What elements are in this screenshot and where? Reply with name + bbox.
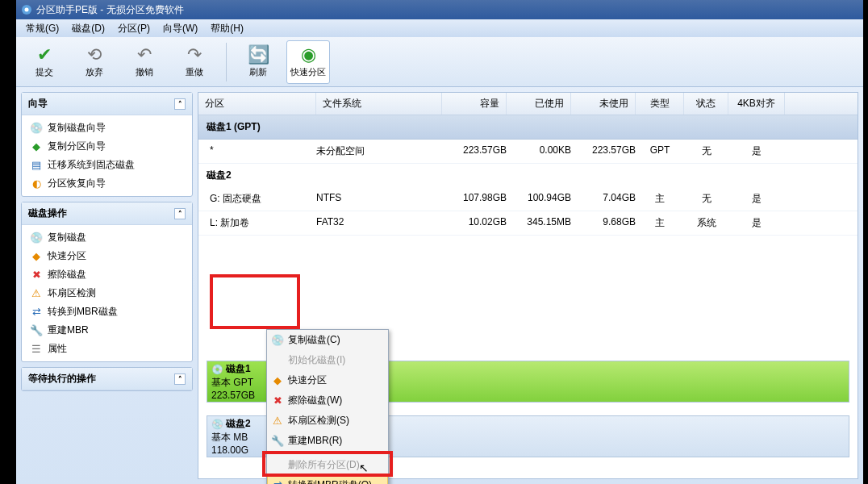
ctx-bad-sector[interactable]: ⚠坏扇区检测(S) [267,411,388,431]
ctx-init-disk: 初始化磁盘(I) [267,350,388,370]
cursor-icon: ↖ [359,461,369,474]
sidebar-partition-recovery[interactable]: ◐分区恢复向导 [25,174,189,193]
app-icon [21,4,32,15]
recover-icon: ◐ [30,177,43,190]
collapse-icon[interactable]: ˄ [174,208,186,219]
convert-icon: ⇄ [30,306,43,319]
ssd-icon: ▤ [30,159,43,172]
ctx-separator [288,453,385,453]
context-menu: 💿复制磁盘(C) 初始化磁盘(I) ◆快速分区 ✖擦除磁盘(W) ⚠坏扇区检测(… [266,329,389,484]
disk-icon: 💿 [211,364,223,375]
redo-icon: ↷ [187,45,202,65]
menu-disk[interactable]: 磁盘(D) [65,20,111,37]
menu-partition[interactable]: 分区(P) [111,20,156,37]
disk-icon: 💿 [270,334,285,346]
titlebar: 分区助手PE版 - 无损分区免费软件 [16,0,863,19]
disk-icon: 💿 [30,232,43,244]
menu-general[interactable]: 常规(G) [19,20,65,37]
disk2-header[interactable]: 磁盘2 [198,164,858,187]
collapse-icon[interactable]: ˄ [174,373,186,385]
check-icon: ✔ [37,45,52,65]
wipe-icon: ✖ [30,269,43,282]
col-filesystem[interactable]: 文件系统 [316,93,442,115]
menu-wizard[interactable]: 向导(W) [156,20,204,37]
disk-icon: 💿 [30,122,43,135]
menu-help[interactable]: 帮助(H) [204,20,250,37]
disk1-header[interactable]: 磁盘1 (GPT) [198,115,858,140]
undo-button[interactable]: ↶撤销 [123,40,166,84]
sidebar-wipe-disk[interactable]: ✖擦除磁盘 [25,265,189,284]
collapse-icon[interactable]: ˄ [174,98,186,110]
quick-icon: ◆ [270,374,285,386]
col-capacity[interactable]: 容量 [442,93,507,115]
wizard-icon: ◆ [30,140,43,153]
sidebar: 向导 ˄ 💿复制磁盘向导 ◆复制分区向导 ▤迁移系统到固态磁盘 ◐分区恢复向导 … [16,87,198,484]
grid-header: 分区 文件系统 容量 已使用 未使用 类型 状态 4KB对齐 [198,93,858,115]
wipe-icon: ✖ [270,394,285,407]
sidebar-convert-mbr[interactable]: ⇄转换到MBR磁盘 [25,302,189,321]
ctx-rebuild-mbr[interactable]: 🔧重建MBR(R) [267,431,388,451]
toolbar-separator [226,43,227,81]
menubar: 常规(G) 磁盘(D) 分区(P) 向导(W) 帮助(H) [16,19,863,37]
panel-wizard-title: 向导 [28,97,48,111]
table-row[interactable]: * 未分配空间 223.57GB 0.00KB 223.57GB GPT 无 是 [198,140,858,164]
properties-icon: ☰ [30,343,43,356]
panel-pending: 等待执行的操作 ˄ [21,367,193,391]
ctx-wipe-disk[interactable]: ✖擦除磁盘(W) [267,390,388,411]
submit-button[interactable]: ✔提交 [23,40,66,84]
col-partition[interactable]: 分区 [198,93,316,115]
rebuild-icon: 🔧 [270,435,285,447]
sidebar-properties[interactable]: ☰属性 [25,340,189,358]
table-row[interactable]: L: 新加卷 FAT32 10.02GB 345.15MB 9.68GB 主 系… [198,211,858,236]
col-status[interactable]: 状态 [684,93,728,115]
quick-icon: ◆ [30,250,43,263]
sidebar-copy-disk-wizard[interactable]: 💿复制磁盘向导 [25,119,189,137]
disk-icon: 💿 [211,419,223,430]
sidebar-bad-sector[interactable]: ⚠坏扇区检测 [25,284,189,302]
sidebar-copy-partition-wizard[interactable]: ◆复制分区向导 [25,137,189,156]
sidebar-migrate-ssd[interactable]: ▤迁移系统到固态磁盘 [25,156,189,174]
panel-disk-ops: 磁盘操作 ˄ 💿复制磁盘 ◆快速分区 ✖擦除磁盘 ⚠坏扇区检测 ⇄转换到MBR磁… [21,202,193,362]
table-row[interactable]: G: 固态硬盘 NTFS 107.98GB 100.94GB 7.04GB 主 … [198,187,858,211]
ctx-delete-all: 删除所有分区(D) [267,455,388,475]
discard-icon: ⟲ [87,45,102,65]
panel-diskops-title: 磁盘操作 [28,207,67,220]
convert-icon: ⇄ [270,479,285,484]
rebuild-icon: 🔧 [30,324,43,337]
sidebar-rebuild-mbr[interactable]: 🔧重建MBR [25,321,189,340]
refresh-icon: 🔄 [248,45,269,65]
discard-button[interactable]: ⟲放弃 [73,40,116,84]
redo-button[interactable]: ↷重做 [173,40,216,84]
refresh-button[interactable]: 🔄刷新 [236,40,280,84]
quick-partition-button[interactable]: ◉快速分区 [286,40,330,84]
col-unused[interactable]: 未使用 [571,93,636,115]
svg-point-1 [25,8,29,12]
ctx-copy-disk[interactable]: 💿复制磁盘(C) [267,330,388,350]
undo-icon: ↶ [137,45,152,65]
ctx-quick-partition[interactable]: ◆快速分区 [267,370,388,390]
col-align[interactable]: 4KB对齐 [728,93,785,115]
ctx-convert-mbr[interactable]: ⇄转换到MBR磁盘(O) [267,475,388,484]
panel-wizard: 向导 ˄ 💿复制磁盘向导 ◆复制分区向导 ▤迁移系统到固态磁盘 ◐分区恢复向导 [21,92,193,197]
window-title: 分区助手PE版 - 无损分区免费软件 [36,3,184,17]
sidebar-copy-disk[interactable]: 💿复制磁盘 [25,228,189,247]
quick-icon: ◉ [301,45,316,65]
panel-pending-title: 等待执行的操作 [28,372,96,386]
warn-icon: ⚠ [270,415,285,427]
sidebar-quick-partition[interactable]: ◆快速分区 [25,247,189,265]
col-type[interactable]: 类型 [636,93,684,115]
warn-icon: ⚠ [30,287,43,300]
toolbar: ✔提交 ⟲放弃 ↶撤销 ↷重做 🔄刷新 ◉快速分区 [16,37,863,87]
col-used[interactable]: 已使用 [507,93,571,115]
